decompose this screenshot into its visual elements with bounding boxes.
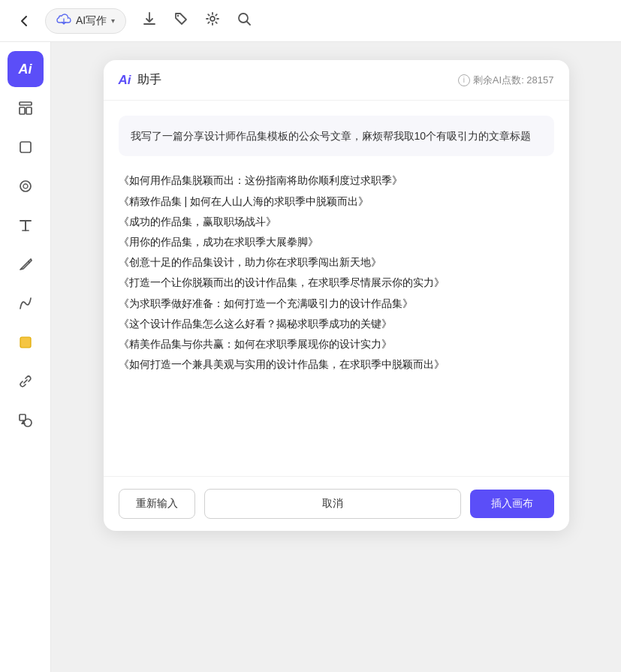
download-icon[interactable]: [141, 11, 158, 31]
panel-title: Ai 助手: [119, 72, 161, 88]
svg-point-8: [23, 184, 28, 188]
svg-point-1: [210, 17, 215, 21]
toolbar-icons: [141, 11, 252, 31]
result-item: 《为求职季做好准备：如何打造一个充满吸引力的设计作品集》: [119, 294, 554, 313]
sidebar-item-curve[interactable]: [8, 285, 44, 321]
result-item: 《这个设计作品集怎么这么好看？揭秘求职季成功的关键》: [119, 315, 554, 333]
left-sidebar: Ai: [0, 42, 51, 672]
panel-header: Ai 助手 i 剩余AI点数: 28157: [104, 60, 569, 101]
ai-results: 《如何用作品集脱颖而出：这份指南将助你顺利度过求职季》《精致作品集 | 如何在人…: [119, 171, 554, 374]
result-item: 《打造一个让你脱颖而出的设计作品集，在求职季尽情展示你的实力》: [119, 273, 554, 292]
result-item: 《如何用作品集脱颖而出：这份指南将助你顺利度过求职季》: [119, 171, 554, 190]
sidebar-item-frame[interactable]: [8, 129, 44, 165]
tag-icon[interactable]: [173, 11, 189, 31]
sidebar-item-note[interactable]: [8, 324, 44, 360]
ai-cloud-icon: [56, 14, 71, 29]
panel-footer: 重新输入 取消 插入画布: [104, 476, 569, 531]
panel-area: Ai 助手 i 剩余AI点数: 28157 我写了一篇分享设计师作品集模板的公众…: [51, 42, 621, 672]
result-item: 《创意十足的作品集设计，助力你在求职季闯出新天地》: [119, 253, 554, 272]
panel-ai-icon: Ai: [119, 73, 131, 88]
sidebar-item-layout[interactable]: [8, 90, 44, 126]
svg-rect-9: [20, 337, 31, 348]
settings-icon[interactable]: [204, 11, 221, 31]
sidebar-item-component[interactable]: [8, 168, 44, 204]
svg-rect-3: [20, 102, 32, 105]
top-toolbar: AI写作 ▾: [0, 0, 621, 42]
result-item: 《精致作品集 | 如何在人山人海的求职季中脱颖而出》: [119, 192, 554, 211]
sidebar-item-link[interactable]: [8, 363, 44, 399]
sidebar-item-pen[interactable]: [8, 246, 44, 282]
insert-canvas-button[interactable]: 插入画布: [470, 490, 554, 518]
svg-point-7: [20, 181, 31, 191]
result-item: 《精美作品集与你共赢：如何在求职季展现你的设计实力》: [119, 335, 554, 354]
panel-title-text: 助手: [137, 72, 161, 88]
info-icon[interactable]: i: [458, 74, 470, 86]
ai-icon: Ai: [19, 62, 32, 77]
cancel-button[interactable]: 取消: [204, 489, 461, 519]
svg-rect-5: [26, 107, 32, 114]
ai-writing-label: AI写作: [76, 14, 107, 28]
chevron-down-icon: ▾: [111, 17, 115, 25]
result-item: 《如何打造一个兼具美观与实用的设计作品集，在求职季中脱颖而出》: [119, 355, 554, 374]
sidebar-item-text[interactable]: [8, 207, 44, 243]
reinput-button[interactable]: 重新输入: [119, 489, 195, 519]
prompt-box: 我写了一篇分享设计师作品集模板的公众号文章，麻烦帮我取10个有吸引力的文章标题: [119, 116, 554, 156]
ai-points-display: i 剩余AI点数: 28157: [458, 74, 554, 87]
back-button[interactable]: [12, 9, 36, 33]
svg-point-0: [177, 15, 179, 17]
result-item: 《用你的作品集，成功在求职季大展拳脚》: [119, 233, 554, 252]
main-area: Ai: [0, 42, 621, 672]
svg-rect-11: [20, 414, 26, 420]
sidebar-item-shapes[interactable]: [8, 402, 44, 438]
ai-assistant-panel: Ai 助手 i 剩余AI点数: 28157 我写了一篇分享设计师作品集模板的公众…: [104, 60, 569, 531]
panel-content: 我写了一篇分享设计师作品集模板的公众号文章，麻烦帮我取10个有吸引力的文章标题 …: [104, 101, 569, 476]
points-label: 剩余AI点数: 28157: [473, 74, 554, 87]
search-icon[interactable]: [236, 11, 252, 31]
prompt-text: 我写了一篇分享设计师作品集模板的公众号文章，麻烦帮我取10个有吸引力的文章标题: [131, 128, 542, 144]
ai-writing-button[interactable]: AI写作 ▾: [45, 8, 126, 34]
result-item: 《成功的作品集，赢取职场战斗》: [119, 212, 554, 231]
svg-rect-4: [20, 107, 25, 114]
sidebar-item-ai[interactable]: Ai: [8, 51, 44, 87]
svg-rect-6: [20, 142, 31, 152]
